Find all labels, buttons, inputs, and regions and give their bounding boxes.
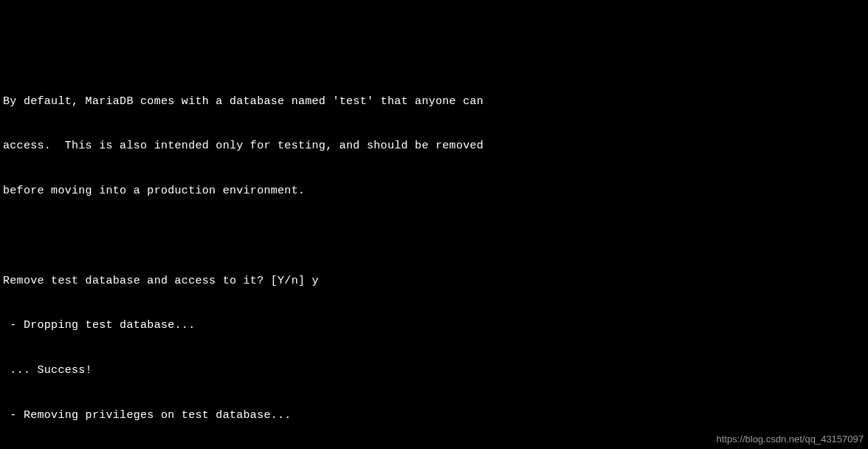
terminal-line: - Dropping test database... xyxy=(3,318,865,333)
terminal-line: access. This is also intended only for t… xyxy=(3,139,865,154)
terminal-line: ... Success! xyxy=(3,363,865,378)
terminal-line: - Removing privileges on test database..… xyxy=(3,408,865,423)
terminal-line xyxy=(3,229,865,244)
terminal-line: before moving into a production environm… xyxy=(3,184,865,199)
watermark-text: https://blog.csdn.net/qq_43157097 xyxy=(717,433,864,446)
terminal-output[interactable]: By default, MariaDB comes with a databas… xyxy=(3,64,865,449)
terminal-line: Remove test database and access to it? [… xyxy=(3,274,865,289)
terminal-line: By default, MariaDB comes with a databas… xyxy=(3,95,865,109)
